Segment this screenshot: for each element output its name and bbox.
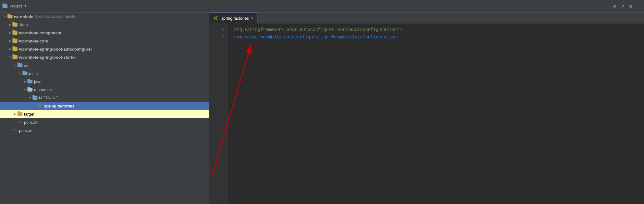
- tree-label-target: target: [24, 112, 34, 117]
- tree-item-main[interactable]: main: [0, 69, 209, 77]
- tree-item-java[interactable]: java: [0, 77, 209, 86]
- tree-label-java: java: [34, 79, 42, 84]
- tab-label-spring-factories: spring.factories: [221, 16, 249, 21]
- project-title: Project ▼: [2, 4, 27, 8]
- tree-item-resources[interactable]: resources: [0, 86, 209, 94]
- maven-icon-pom2: m: [12, 128, 17, 133]
- tree-label-core: wormhole-core: [19, 39, 48, 43]
- expand-arrow-meta-inf: [27, 95, 32, 100]
- folder-icon-main: [22, 72, 27, 75]
- expand-arrow-spring-factories: [32, 103, 37, 108]
- folder-icon-autoconfigurer: [12, 47, 17, 51]
- add-icon[interactable]: ⊕: [612, 2, 617, 10]
- tree-label-starter: wormhole-spring-boot-starter: [19, 55, 76, 60]
- expand-arrow-main: [17, 71, 22, 76]
- line-number-1: 1: [209, 26, 228, 33]
- expand-arrow-wormhole: [2, 14, 7, 19]
- tab-spring-factories[interactable]: 🌿 spring.factories ✕: [209, 12, 258, 23]
- expand-arrow-core: [7, 38, 12, 43]
- expand-arrow-pom1: [12, 120, 17, 125]
- tree-item-pom2[interactable]: m pom.xml: [0, 126, 209, 134]
- maven-icon-pom1: m: [17, 120, 22, 125]
- spring-factories-icon: 🌿: [37, 103, 42, 108]
- code-area[interactable]: org.springframework.boot.autoconfigure.E…: [228, 23, 644, 204]
- tree-label-wormhole: wormhole: [14, 14, 33, 19]
- tree-label-pom2: pom.xml: [19, 128, 34, 133]
- expand-arrow-idea: [7, 22, 12, 27]
- expand-arrow-target: [12, 112, 17, 117]
- expand-arrow-starter: [7, 55, 12, 60]
- tree-item-starter[interactable]: wormhole-spring-boot-starter: [0, 53, 209, 61]
- line-number-2: 2: [209, 33, 228, 41]
- tree-path-wormhole: D:\workspace\wormhole: [35, 14, 75, 19]
- tree-label-component: wormhole-component: [19, 31, 61, 35]
- layout-icon[interactable]: ⇄: [620, 2, 626, 10]
- tree-item-src[interactable]: src: [0, 61, 209, 69]
- expand-arrow-autoconfigurer: [7, 47, 12, 52]
- tree-label-src: src: [24, 63, 29, 68]
- project-tree: wormhole D:\workspace\wormhole .idea wor…: [0, 12, 209, 204]
- tree-item-pom1[interactable]: m pom.xml: [0, 118, 209, 126]
- tree-label-idea: .idea: [19, 22, 28, 27]
- tree-item-idea[interactable]: .idea: [0, 21, 209, 29]
- folder-icon-idea: [12, 23, 17, 27]
- expand-arrow-component: [7, 30, 12, 35]
- folder-icon-wormhole: [7, 15, 12, 18]
- tab-spring-icon: 🌿: [213, 16, 218, 21]
- tree-label-autoconfigurer: wormhole-spring-boot-autoconfigurer: [19, 47, 92, 52]
- settings-icon[interactable]: ⚙: [628, 2, 634, 10]
- main-layout: wormhole D:\workspace\wormhole .idea wor…: [0, 12, 644, 204]
- expand-arrow-resources: [22, 87, 27, 92]
- tree-label-spring-factories: spring.factories: [44, 104, 75, 108]
- tree-item-meta-inf[interactable]: META-INF: [0, 94, 209, 102]
- tree-item-autoconfigurer[interactable]: wormhole-spring-boot-autoconfigurer: [0, 45, 209, 53]
- tree-item-wormhole-component[interactable]: wormhole-component: [0, 29, 209, 37]
- project-label: Project: [9, 4, 22, 8]
- expand-arrow-src: [12, 63, 17, 68]
- line-numbers: 1 2: [209, 23, 228, 204]
- folder-icon-core: [12, 39, 17, 43]
- folder-icon-src: [17, 63, 22, 67]
- folder-icon-component: [12, 31, 17, 35]
- code-text-2: com.heima.wormhole.autoconfiguration.Wor…: [234, 35, 397, 40]
- tree-item-wormhole-root[interactable]: wormhole D:\workspace\wormhole: [0, 12, 209, 21]
- expand-arrow-pom2: [7, 128, 12, 133]
- code-line-2: com.heima.wormhole.autoconfiguration.Wor…: [234, 33, 644, 41]
- project-folder-icon: [2, 4, 7, 8]
- code-line-1: org.springframework.boot.autoconfigure.E…: [234, 26, 644, 33]
- folder-icon-meta-inf: [32, 96, 37, 100]
- tree-item-target[interactable]: target: [0, 110, 209, 118]
- editor-content: 1 2 org.springframework.boot.autoconfigu…: [209, 23, 644, 204]
- folder-icon-target: [17, 112, 22, 116]
- folder-icon-resources: [27, 88, 32, 92]
- toolbar: Project ▼ ⊕ ⇄ ⚙ —: [0, 0, 644, 12]
- folder-icon-java: [27, 80, 32, 83]
- tree-label-pom1: pom.xml: [24, 120, 39, 125]
- code-text-1: org.springframework.boot.autoconfigure.E…: [234, 27, 402, 32]
- tab-bar: 🌿 spring.factories ✕: [209, 12, 644, 23]
- tree-label-main: main: [29, 71, 38, 76]
- editor-area: 🌿 spring.factories ✕ 1 2 org.springframe…: [209, 12, 644, 204]
- project-dropdown-arrow[interactable]: ▼: [24, 4, 27, 8]
- tree-item-spring-factories[interactable]: 🌿 spring.factories: [0, 102, 209, 110]
- expand-arrow-java: [22, 79, 27, 84]
- folder-icon-starter: [12, 55, 17, 59]
- tab-close-button[interactable]: ✕: [251, 16, 253, 20]
- tree-label-resources: resources: [34, 87, 52, 92]
- tree-item-wormhole-core[interactable]: wormhole-core: [0, 37, 209, 45]
- minimize-icon[interactable]: —: [636, 3, 642, 10]
- tree-label-meta-inf: META-INF: [39, 96, 58, 100]
